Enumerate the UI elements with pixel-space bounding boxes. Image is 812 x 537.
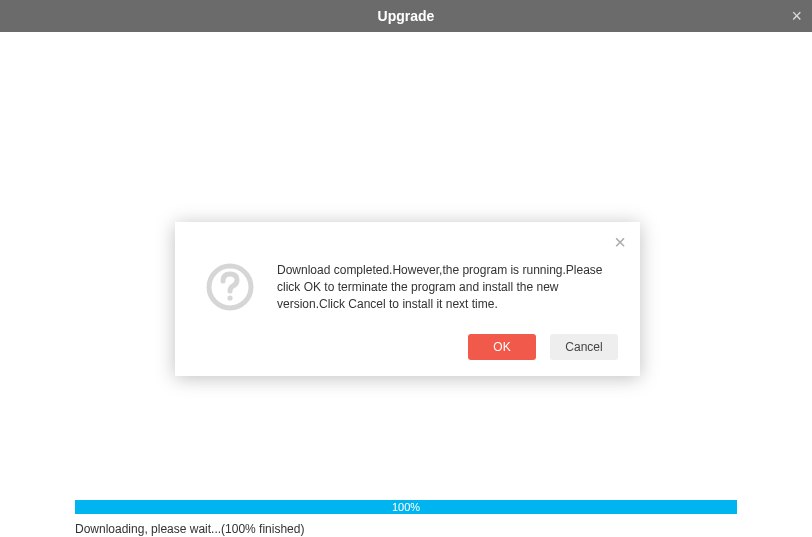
close-icon[interactable]: ×	[791, 7, 802, 25]
progress-percent: 100%	[392, 501, 420, 513]
dialog-close-icon[interactable]: ×	[614, 232, 626, 252]
cancel-button[interactable]: Cancel	[550, 334, 618, 360]
window-title: Upgrade	[378, 8, 435, 24]
dialog-body: Download completed.However,the program i…	[197, 262, 618, 312]
progress-status-text: Downloading, please wait...(100% finishe…	[75, 522, 737, 536]
svg-point-1	[227, 295, 232, 300]
dialog-message: Download completed.However,the program i…	[277, 262, 618, 312]
progress-bar: 100%	[75, 500, 737, 514]
progress-area: 100% Downloading, please wait...(100% fi…	[75, 500, 737, 536]
ok-button[interactable]: OK	[468, 334, 536, 360]
content-area: 100% Downloading, please wait...(100% fi…	[0, 32, 812, 537]
question-icon	[205, 262, 255, 312]
titlebar: Upgrade ×	[0, 0, 812, 32]
dialog-actions: OK Cancel	[197, 334, 618, 360]
confirm-dialog: × Download completed.However,the program…	[175, 222, 640, 376]
